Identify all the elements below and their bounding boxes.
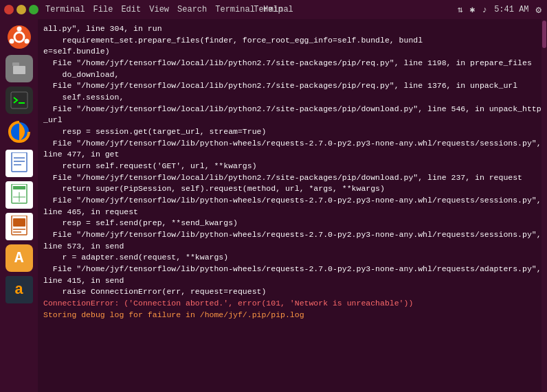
sidebar-item-terminal[interactable] bbox=[5, 87, 33, 114]
bluetooth-icon: ✱ bbox=[470, 4, 476, 15]
svg-point-2 bbox=[16, 27, 21, 32]
svg-rect-11 bbox=[12, 152, 27, 172]
sidebar-item-amazon[interactable]: a bbox=[5, 276, 33, 303]
scrollbar-thumb[interactable] bbox=[542, 21, 546, 48]
menu-search[interactable]: Search bbox=[177, 5, 207, 14]
sidebar-item-files[interactable] bbox=[5, 55, 33, 82]
terminal-line: File "/home/jyf/tensorflow/lib/python-wh… bbox=[43, 264, 542, 286]
minimize-button[interactable] bbox=[16, 5, 26, 14]
sidebar-item-ubuntu[interactable] bbox=[5, 23, 33, 51]
terminal-line: File "/home/jyf/tensorflow/local/lib/pyt… bbox=[43, 104, 542, 126]
terminal-line: resp = session.get(target_url, stream=Tr… bbox=[43, 126, 542, 138]
svg-rect-20 bbox=[13, 218, 25, 227]
svg-rect-6 bbox=[12, 62, 19, 66]
terminal-line: File "/home/jyf/tensorflow/lib/python-wh… bbox=[43, 195, 542, 218]
terminal-output: all.py", line 304, in run requirement_se… bbox=[43, 23, 542, 321]
terminal-line: r = adapter.send(request, **kwargs) bbox=[43, 252, 542, 264]
terminal-line: Storing debug log for failure in /home/j… bbox=[43, 310, 542, 321]
menu-terminal[interactable]: Terminal bbox=[45, 5, 85, 14]
terminal-line: do_download, bbox=[43, 69, 542, 81]
menu-bar: Terminal File Edit View Search Terminal … bbox=[45, 5, 283, 14]
scrollbar[interactable] bbox=[542, 19, 547, 392]
terminal-line: File "/home/jyf/tensorflow/lib/python-wh… bbox=[43, 229, 542, 252]
svg-point-4 bbox=[9, 39, 14, 44]
volume-icon: ♪ bbox=[482, 5, 487, 15]
settings-icon[interactable]: ⚙ bbox=[536, 4, 542, 16]
sidebar-item-appstore[interactable]: A bbox=[5, 244, 33, 272]
clock: 5:41 AM bbox=[494, 5, 528, 14]
sidebar: A a bbox=[0, 19, 38, 392]
terminal-line: resp = self.send(prep, **send_kwargs) bbox=[43, 218, 542, 229]
sidebar-item-calc[interactable] bbox=[5, 181, 33, 209]
terminal-line: all.py", line 304, in run bbox=[43, 23, 542, 35]
terminal-line: ConnectionError: ('Connection aborted.',… bbox=[43, 298, 542, 310]
network-icon: ⇅ bbox=[458, 4, 463, 15]
window-title: Terminal bbox=[254, 5, 293, 14]
sidebar-item-firefox[interactable] bbox=[5, 118, 33, 146]
terminal-line: self.session, bbox=[43, 92, 542, 104]
menu-terminal2[interactable]: Terminal bbox=[215, 5, 255, 14]
terminal-line: File "/home/jyf/tensorflow/lib/python-wh… bbox=[43, 138, 542, 161]
svg-rect-16 bbox=[13, 186, 25, 189]
terminal-window[interactable]: all.py", line 304, in run requirement_se… bbox=[38, 19, 547, 392]
terminal-line: return self.request('GET', url, **kwargs… bbox=[43, 161, 542, 172]
menu-file[interactable]: File bbox=[93, 5, 113, 14]
terminal-line: File "/home/jyf/tensorflow/local/lib/pyt… bbox=[43, 58, 542, 69]
svg-point-3 bbox=[24, 39, 29, 44]
window-controls bbox=[4, 5, 38, 14]
terminal-line: return super(PipSession, self).request(m… bbox=[43, 183, 542, 195]
menu-view[interactable]: View bbox=[149, 5, 169, 14]
system-tray: ⇅ ✱ ♪ 5:41 AM ⚙ bbox=[458, 4, 542, 16]
svg-rect-7 bbox=[13, 66, 25, 74]
sidebar-item-impress[interactable] bbox=[5, 213, 33, 240]
terminal-line: requirement_set.prepare_files(finder, fo… bbox=[43, 35, 542, 58]
menu-edit[interactable]: Edit bbox=[121, 5, 141, 14]
terminal-line: File "/home/jyf/tensorflow/local/lib/pyt… bbox=[43, 172, 542, 184]
close-button[interactable] bbox=[4, 5, 14, 14]
titlebar: Terminal File Edit View Search Terminal … bbox=[0, 0, 547, 19]
sidebar-item-writer[interactable] bbox=[5, 150, 33, 177]
terminal-line: raise ConnectionError(err, request=reque… bbox=[43, 286, 542, 298]
terminal-line: File "/home/jyf/tensorflow/local/lib/pyt… bbox=[43, 80, 542, 92]
maximize-button[interactable] bbox=[29, 5, 38, 14]
svg-rect-8 bbox=[11, 92, 27, 108]
